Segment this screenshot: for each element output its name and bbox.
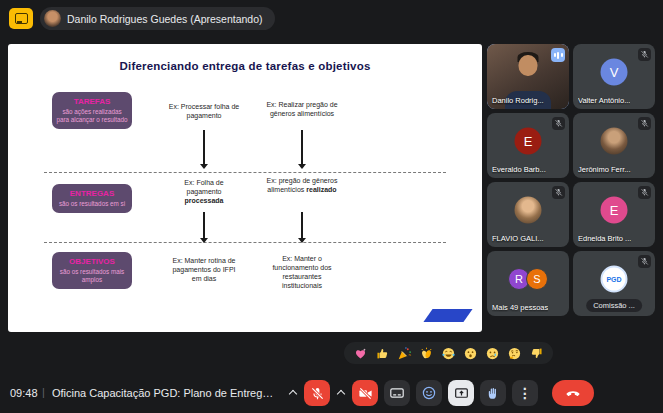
concept-box-entregas: ENTREGAS são os resultados em si [52,184,132,213]
mic-options-chevron-icon[interactable] [288,387,298,399]
box-text: são os resultados mais amplos [56,268,128,284]
reactions-button[interactable] [416,380,442,406]
mic-off-icon [638,255,651,268]
example-text: Ex: pregão de gêneros alimentícios reali… [265,176,339,194]
down-arrow-icon [297,130,307,169]
mic-off-icon [638,186,651,199]
present-button[interactable] [448,380,474,406]
reaction-thumbs-up-icon[interactable] [375,346,390,361]
title-separator: | [42,386,45,398]
participant-tile-jeronimo[interactable]: Jerônimo Ferr... [573,113,655,178]
avatar-initial: E [601,197,628,224]
example-text: Ex: Realizar pregão de gêneros alimentíc… [265,100,339,118]
down-arrow-icon [199,130,209,169]
example-text: Ex: Processar folha de pagamento [167,102,241,120]
participant-tile-ednelda[interactable]: E Ednelda Brito ... [573,182,655,247]
avatar-photo [601,128,628,155]
participants-panel: Danilo Rodrig... V Valter Antônio... E E… [487,44,655,316]
mic-off-icon [552,186,565,199]
box-title: ENTREGAS [56,189,128,198]
avatar-initial: V [601,59,628,86]
box-title: OBJETIVOS [56,257,128,266]
box-text: são os resultados em si [56,200,128,208]
smiley-icon [421,385,437,401]
participant-name: Danilo Rodrig... [492,96,544,105]
box-title: TAREFAS [56,97,128,106]
call-controls: ⋮ [288,380,594,406]
participant-name: Everaldo Barb... [492,165,546,174]
shared-presentation: Diferenciando entrega de tarefas e objet… [8,44,482,332]
presenter-pill[interactable]: Danilo Rodrigues Guedes (Apresentando) [40,7,275,30]
speaking-indicator-icon [551,48,565,62]
down-arrow-icon [297,212,307,243]
reaction-sparkling-heart-icon[interactable] [353,346,368,361]
participant-tile-everaldo[interactable]: E Everaldo Barb... [487,113,569,178]
reaction-crying-face-icon[interactable] [485,346,500,361]
participant-tile-comissao[interactable]: PGD Comissão ... [573,251,655,316]
participant-tile-danilo[interactable]: Danilo Rodrig... [487,44,569,109]
reactions-bar [344,342,553,364]
participant-name: FLAVIO GALI... [492,234,544,243]
concept-box-tarefas: TAREFAS são ações realizadas para alcanç… [52,92,132,129]
participant-name: Comissão ... [586,299,642,312]
concept-box-objetivos: OBJETIVOS são os resultados mais amplos [52,252,132,289]
more-options-button[interactable]: ⋮ [512,380,538,406]
mic-off-icon [310,386,325,401]
mic-button[interactable] [304,380,330,406]
participant-name: Mais 49 pessoas [492,303,548,312]
example-text: Ex: Manter o funcionamento dos restauran… [265,254,339,290]
example-text: Ex: Folha de pagamento processada [167,178,241,205]
down-arrow-icon [199,212,209,243]
camera-button[interactable] [352,380,378,406]
participant-name: Ednelda Brito ... [578,234,631,243]
bottom-bar: 09:48 | Oficina Capacitação PGD: Plano d… [0,373,663,413]
reaction-thinking-face-icon[interactable] [507,346,522,361]
hand-icon [486,386,501,401]
camera-options-chevron-icon[interactable] [336,387,346,399]
presenting-indicator-icon[interactable] [9,8,33,29]
captions-icon [389,385,405,401]
mic-off-icon [638,117,651,130]
participant-tile-flavio[interactable]: FLAVIO GALI... [487,182,569,247]
dashed-divider [44,172,446,173]
presenter-avatar [44,10,61,27]
clock-time: 09:48 [10,387,38,399]
raise-hand-button[interactable] [480,380,506,406]
mic-off-icon [638,48,651,61]
present-screen-icon [454,386,469,401]
phone-down-icon [565,385,581,401]
meet-window: Danilo Rodrigues Guedes (Apresentando) D… [0,0,663,413]
overflow-avatars: R S [508,267,548,291]
reaction-clapping-hands-icon[interactable] [419,346,434,361]
reaction-thumbs-down-icon[interactable] [529,346,544,361]
avatar-initial: E [515,128,542,155]
mic-off-icon [552,117,565,130]
box-text: são ações realizadas para alcançar o res… [56,108,128,124]
slide-decoration [423,309,472,322]
captions-button[interactable] [384,380,410,406]
dashed-divider [44,242,446,243]
participant-name: Jerônimo Ferr... [578,165,631,174]
slide-title: Diferenciando entrega de tarefas e objet… [8,60,482,72]
presenter-label: Danilo Rodrigues Guedes (Apresentando) [67,13,263,25]
end-call-button[interactable] [552,380,594,406]
avatar-photo [515,197,542,224]
participant-tile-valter[interactable]: V Valter Antônio... [573,44,655,109]
participant-name: Valter Antônio... [578,96,630,105]
reaction-surprised-face-icon[interactable] [463,346,478,361]
pgd-logo: PGD [601,266,628,293]
meeting-title: Oficina Capacitação PGD: Plano de Entreg… [52,387,274,399]
reaction-party-popper-icon[interactable] [397,346,412,361]
participant-tile-overflow[interactable]: R S Mais 49 pessoas [487,251,569,316]
example-text: Ex: Manter rotina de pagamentos do IFPI … [167,256,241,283]
camera-off-icon [358,386,373,401]
reaction-joy-face-icon[interactable] [441,346,456,361]
avatar-initial: S [526,268,548,290]
